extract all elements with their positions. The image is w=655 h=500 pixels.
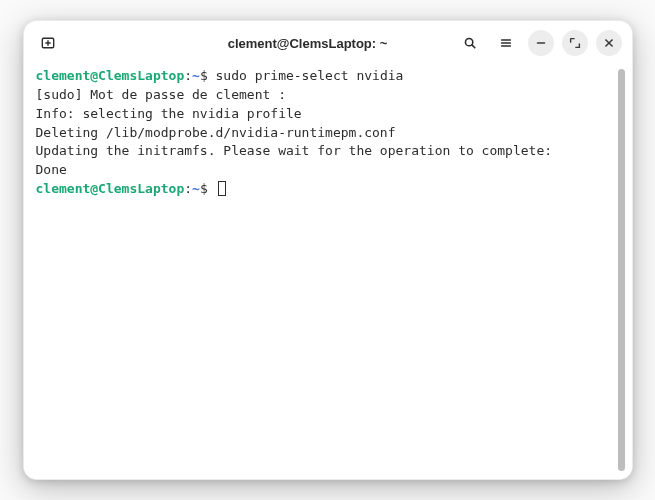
close-icon [602, 36, 616, 50]
maximize-button[interactable] [562, 30, 588, 56]
headerbar: clement@ClemsLaptop: ~ [24, 21, 632, 65]
window-title: clement@ClemsLaptop: ~ [180, 36, 436, 51]
prompt-path: ~ [192, 68, 200, 83]
search-button[interactable] [456, 29, 484, 57]
minimize-button[interactable] [528, 30, 554, 56]
scrollbar[interactable] [618, 67, 626, 473]
prompt-sep: : [184, 68, 192, 83]
output-line: Done [36, 161, 618, 180]
header-left [34, 29, 174, 57]
prompt-sep: : [184, 181, 192, 196]
prompt-path: ~ [192, 181, 200, 196]
hamburger-icon [499, 36, 513, 50]
new-tab-icon [41, 36, 55, 50]
terminal-content[interactable]: clement@ClemsLaptop:~$ sudo prime-select… [36, 67, 618, 473]
command-text: sudo prime-select nvidia [216, 68, 404, 83]
prompt-userhost: clement@ClemsLaptop [36, 181, 185, 196]
output-line: Updating the initramfs. Please wait for … [36, 142, 618, 161]
svg-line-4 [471, 45, 474, 48]
menu-button[interactable] [492, 29, 520, 57]
output-line: [sudo] Mot de passe de clement : [36, 86, 618, 105]
header-right [442, 29, 622, 57]
terminal-area[interactable]: clement@ClemsLaptop:~$ sudo prime-select… [24, 65, 632, 479]
terminal-window: clement@ClemsLaptop: ~ [23, 20, 633, 480]
close-button[interactable] [596, 30, 622, 56]
maximize-icon [568, 36, 582, 50]
prompt-sigil: $ [200, 68, 216, 83]
output-line: Info: selecting the nvidia profile [36, 105, 618, 124]
prompt-sigil: $ [200, 181, 216, 196]
new-tab-button[interactable] [34, 29, 62, 57]
cursor-icon [218, 181, 226, 196]
search-icon [463, 36, 477, 50]
prompt-userhost: clement@ClemsLaptop [36, 68, 185, 83]
output-line: Deleting /lib/modprobe.d/nvidia-runtimep… [36, 124, 618, 143]
scrollbar-thumb[interactable] [618, 69, 625, 471]
minimize-icon [534, 36, 548, 50]
